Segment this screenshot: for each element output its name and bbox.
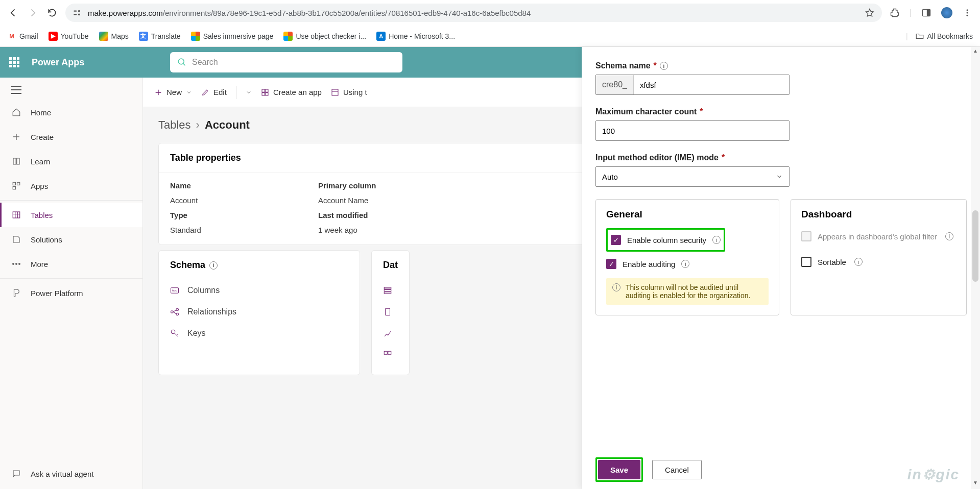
bookmark-sales[interactable]: Sales immersive page: [191, 32, 274, 41]
panel-scrollbar[interactable]: ▲ ▼: [971, 47, 980, 489]
cancel-button[interactable]: Cancel: [652, 460, 702, 479]
schema-relationships[interactable]: Relationships: [170, 301, 348, 323]
audit-warning-text: This column will not be audited until au…: [626, 283, 762, 300]
kebab-icon[interactable]: [962, 7, 973, 18]
svg-rect-19: [262, 92, 265, 95]
forward-button[interactable]: [27, 7, 39, 19]
schema-columns[interactable]: AbcColumns: [170, 280, 348, 301]
breadcrumb-tables[interactable]: Tables: [158, 118, 191, 132]
nav-solutions[interactable]: Solutions: [0, 227, 142, 252]
enable-column-security-checkbox[interactable]: ✓: [611, 235, 621, 245]
data-card-title: Dat: [383, 260, 398, 271]
svg-rect-18: [266, 89, 268, 92]
svg-rect-1: [74, 14, 77, 15]
svg-rect-33: [388, 351, 391, 354]
bookmark-objchecker[interactable]: Use object checker i...: [283, 32, 366, 41]
all-bookmarks[interactable]: All Bookmarks: [915, 32, 973, 41]
schema-card-title: Schema: [170, 260, 205, 271]
nav-apps[interactable]: Apps: [0, 174, 142, 198]
info-icon[interactable]: i: [712, 236, 721, 244]
data-item-3[interactable]: [383, 323, 398, 344]
list-icon: [383, 286, 394, 295]
plus-icon: [154, 88, 162, 96]
extension-icon[interactable]: [889, 7, 900, 18]
address-bar[interactable]: make.powerapps.com/environments/89a78e96…: [65, 4, 882, 22]
nav-ask-agent[interactable]: Ask a virtual agent: [0, 461, 142, 486]
bookmark-translate[interactable]: 文Translate: [139, 32, 181, 41]
highlight-save-button: Save: [595, 457, 643, 482]
profile-avatar[interactable]: [941, 7, 952, 18]
toolbar-edit[interactable]: Edit: [201, 88, 227, 96]
panel-icon[interactable]: [921, 7, 932, 18]
chat-icon: [11, 469, 21, 479]
waffle-icon[interactable]: [9, 57, 19, 67]
device-icon: [383, 307, 394, 316]
back-button[interactable]: [7, 7, 19, 19]
toolbar-new[interactable]: New: [154, 88, 192, 96]
data-card: Dat: [371, 250, 410, 375]
search-input[interactable]: [192, 58, 395, 67]
info-icon[interactable]: i: [854, 258, 863, 266]
grid-icon: [383, 350, 394, 359]
home-icon: [11, 107, 21, 117]
info-icon[interactable]: i: [681, 260, 689, 268]
search-box[interactable]: [170, 52, 402, 72]
enable-column-security-label: Enable column security: [627, 236, 706, 244]
scroll-down-arrow[interactable]: ▼: [971, 480, 980, 488]
columns-icon: Abc: [170, 287, 181, 294]
book-icon: [11, 156, 21, 166]
toolbar-edit-dropdown[interactable]: [246, 89, 252, 95]
sortable-label: Sortable: [818, 258, 846, 266]
toolbar-create-app[interactable]: Create an app: [261, 88, 322, 96]
nav-power-platform[interactable]: Power Platform: [0, 281, 142, 305]
bookmark-maps[interactable]: Maps: [99, 32, 129, 41]
nav-tables[interactable]: Tables: [0, 203, 142, 227]
prop-name-value: Account: [170, 196, 318, 205]
info-icon[interactable]: i: [209, 261, 218, 270]
toolbar-using[interactable]: Using t: [331, 88, 367, 96]
chart-icon: [383, 329, 394, 338]
bookmark-youtube[interactable]: ▶YouTube: [49, 32, 89, 41]
info-icon[interactable]: i: [660, 62, 668, 70]
enable-auditing-checkbox[interactable]: ✓: [606, 259, 616, 269]
svg-point-24: [171, 311, 174, 313]
svg-rect-20: [266, 92, 268, 95]
pencil-icon: [201, 88, 209, 96]
nav-create[interactable]: Create: [0, 125, 142, 149]
svg-point-6: [967, 9, 968, 11]
data-item-4[interactable]: [383, 344, 398, 365]
save-button[interactable]: Save: [598, 460, 640, 479]
svg-point-14: [12, 263, 14, 265]
tables-icon: [11, 210, 21, 220]
prop-name-header: Name: [170, 181, 318, 190]
scroll-thumb[interactable]: [972, 210, 978, 282]
chevron-down-icon: [246, 89, 252, 95]
more-icon: [11, 259, 21, 269]
left-nav: Home Create Learn Apps Tables Solutions …: [0, 78, 143, 489]
svg-point-3: [78, 14, 80, 16]
bookmark-mshome[interactable]: AHome - Microsoft 3...: [376, 32, 455, 41]
data-item-1[interactable]: [383, 280, 398, 301]
chevron-right-icon: ›: [196, 118, 200, 132]
prop-type-header: Type: [170, 211, 318, 219]
bookmark-gmail[interactable]: MGmail: [7, 32, 38, 41]
enable-auditing-label: Enable auditing: [623, 260, 675, 268]
nav-learn[interactable]: Learn: [0, 149, 142, 174]
data-item-2[interactable]: [383, 301, 398, 323]
star-icon[interactable]: [865, 8, 875, 18]
nav-more[interactable]: More: [0, 252, 142, 276]
svg-rect-12: [13, 187, 15, 189]
info-icon[interactable]: i: [945, 232, 953, 240]
hamburger-icon[interactable]: [0, 80, 142, 100]
schema-name-input[interactable]: [634, 75, 789, 94]
maxchar-input[interactable]: [595, 120, 790, 141]
svg-point-7: [967, 12, 968, 14]
nav-home[interactable]: Home: [0, 100, 142, 125]
ime-select[interactable]: Auto: [595, 166, 790, 187]
sortable-checkbox[interactable]: [801, 257, 811, 267]
reload-button[interactable]: [46, 7, 58, 19]
schema-keys[interactable]: Keys: [170, 323, 348, 344]
audit-warning: i This column will not be audited until …: [606, 278, 769, 305]
search-icon: [177, 57, 187, 67]
scroll-up-arrow[interactable]: ▲: [971, 48, 980, 56]
